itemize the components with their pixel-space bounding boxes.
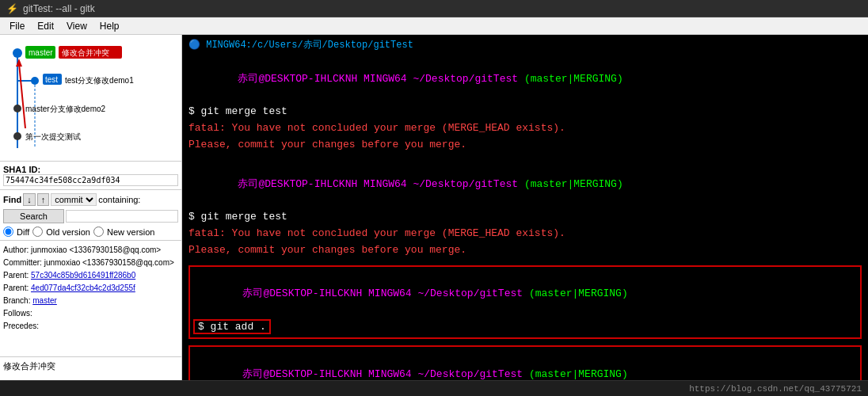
title-text: gitTest: --all - gitk: [23, 3, 95, 14]
git-add-box: $ git add .: [193, 319, 271, 334]
branch-2: (master|MERGING): [524, 178, 623, 190]
prompt-4: 赤司@DESKTOP-IHLCKNH MINGW64 ~/Desktop/git…: [242, 368, 528, 380]
old-version-label: Old version: [46, 227, 90, 237]
git-icon: ⚡: [6, 3, 18, 14]
title-bar: ⚡ gitTest: --all - gitk: [0, 0, 868, 17]
output-2a: fatal: You have not concluded your merge…: [188, 226, 862, 242]
menu-help[interactable]: Help: [93, 19, 126, 33]
branch-link[interactable]: master: [32, 296, 57, 305]
svg-point-5: [13, 105, 21, 112]
info-area: Author: junmoxiao <13367930158@qq.com> C…: [0, 241, 181, 356]
containing-label: containing:: [98, 195, 140, 204]
svg-text:第一次提交测试: 第一次提交测试: [25, 132, 81, 141]
commit-msg-area: 修改合并冲突: [0, 356, 181, 380]
author-line: Author: junmoxiao <13367930158@qq.com>: [3, 244, 178, 257]
commit-graph: master 修改合并冲突 test test分支修改demo1 master分…: [3, 41, 177, 156]
branch-3: (master|MERGING): [529, 287, 628, 299]
svg-text:test分支修改demo1: test分支修改demo1: [65, 76, 134, 85]
cmd-2: $ git merge test: [188, 211, 287, 223]
cmd-1: $ git merge test: [188, 105, 287, 117]
parent1-line: Parent: 57c304c85b9d616491ff286b0: [3, 269, 178, 282]
menu-view[interactable]: View: [60, 19, 93, 33]
old-version-radio[interactable]: [32, 227, 43, 237]
new-version-label: New version: [107, 227, 155, 237]
find-down-button[interactable]: ↓: [23, 193, 36, 206]
output-1b: Please, commit your changes before you m…: [188, 137, 862, 154]
svg-line-16: [19, 63, 25, 128]
svg-point-3: [13, 48, 22, 58]
status-url: https://blog.csdn.net/qq_43775721: [689, 384, 862, 394]
highlighted-section-1: 赤司@DESKTOP-IHLCKNH MINGW64 ~/Desktop/git…: [188, 265, 862, 339]
terminal-panel[interactable]: 🔵 MINGW64:/c/Users/赤司/Desktop/gitTest 赤司…: [182, 35, 868, 380]
terminal-block-2: 赤司@DESKTOP-IHLCKNH MINGW64 ~/Desktop/git…: [188, 160, 862, 259]
svg-text:master: master: [29, 48, 53, 57]
main-content: master 修改合并冲突 test test分支修改demo1 master分…: [0, 35, 868, 380]
sha1-input[interactable]: [3, 174, 178, 186]
prompt-3: 赤司@DESKTOP-IHLCKNH MINGW64 ~/Desktop/git…: [242, 287, 528, 299]
diff-label: Diff: [17, 227, 29, 237]
svg-text:修改合并冲突: 修改合并冲突: [62, 48, 109, 57]
parent2-line: Parent: 4ed077da4cf32cb4c2d3d255f: [3, 282, 178, 295]
find-up-button[interactable]: ↑: [37, 193, 50, 206]
search-input[interactable]: [66, 210, 178, 223]
commit-msg-text: 修改合并冲突: [3, 361, 55, 371]
terminal-title: 🔵 MINGW64:/c/Users/赤司/Desktop/gitTest: [188, 38, 862, 51]
committer-line: Committer: junmoxiao <13367930158@qq.com…: [3, 257, 178, 269]
branch-1: (master|MERGING): [524, 73, 623, 85]
highlighted-section-2: 赤司@DESKTOP-IHLCKNH MINGW64 ~/Desktop/git…: [188, 345, 862, 380]
prompt-1: 赤司@DESKTOP-IHLCKNH MINGW64 ~/Desktop/git…: [238, 73, 523, 85]
status-bar: https://blog.csdn.net/qq_43775721: [0, 380, 868, 396]
sha1-area: SHA1 ID:: [0, 162, 181, 190]
parent2-link[interactable]: 4ed077da4cf32cb4c2d3d255f: [31, 284, 135, 292]
find-type-select[interactable]: commit: [51, 193, 97, 206]
branch-4: (master|MERGING): [529, 368, 628, 380]
menu-edit[interactable]: Edit: [31, 19, 60, 33]
menu-file[interactable]: File: [3, 19, 31, 33]
diff-radio[interactable]: [3, 227, 13, 237]
left-panel: master 修改合并冲突 test test分支修改demo1 master分…: [0, 35, 182, 380]
sha1-label: SHA1 ID:: [3, 165, 40, 174]
prompt-2: 赤司@DESKTOP-IHLCKNH MINGW64 ~/Desktop/git…: [238, 178, 523, 190]
precedes-line: Precedes:: [3, 320, 178, 333]
follows-line: Follows:: [3, 307, 178, 320]
find-label: Find: [3, 195, 21, 204]
terminal-block-1: 赤司@DESKTOP-IHLCKNH MINGW64 ~/Desktop/git…: [188, 55, 862, 154]
svg-text:test: test: [45, 75, 58, 84]
find-area: Find ↓ ↑ commit containing: Search Diff …: [0, 190, 181, 241]
new-version-radio[interactable]: [93, 227, 104, 237]
menu-bar: File Edit View Help: [0, 17, 868, 35]
graph-area: master 修改合并冲突 test test分支修改demo1 master分…: [0, 35, 181, 162]
output-1a: fatal: You have not concluded your merge…: [188, 120, 862, 137]
output-2b: Please, commit your changes before you m…: [188, 242, 862, 259]
search-button[interactable]: Search: [3, 209, 64, 223]
branch-line: Branch: master: [3, 295, 178, 307]
parent1-link[interactable]: 57c304c85b9d616491ff286b0: [31, 271, 135, 280]
svg-point-6: [13, 132, 21, 140]
cmd-3: $ git add .: [198, 321, 266, 333]
svg-point-4: [31, 77, 39, 85]
svg-text:master分支修改demo2: master分支修改demo2: [25, 105, 106, 113]
